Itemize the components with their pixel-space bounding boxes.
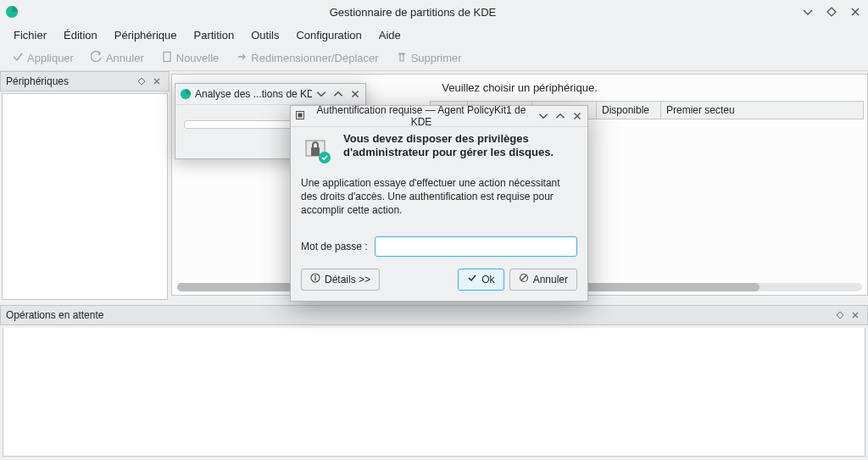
pending-ops-title: Opérations en attente [6, 309, 103, 321]
auth-dialog: Authentification requise — Agent PolicyK… [290, 105, 588, 302]
svg-point-10 [314, 275, 316, 277]
svg-rect-1 [164, 53, 170, 62]
apply-label: Appliquer [27, 52, 74, 64]
minimize-button[interactable] [800, 4, 815, 19]
pending-ops-list[interactable] [3, 328, 865, 457]
apply-button[interactable]: Appliquer [5, 48, 81, 68]
devices-panel-title: Périphériques [6, 75, 69, 87]
maximize-button[interactable] [332, 88, 344, 100]
delete-label: Supprimer [411, 52, 462, 64]
close-button[interactable] [848, 4, 863, 19]
trash-icon [396, 51, 408, 65]
info-icon [310, 273, 320, 285]
col-first-sector[interactable]: Premier secteu [661, 102, 863, 119]
resize-icon [236, 51, 248, 65]
resize-button[interactable]: Redimensionner/Déplacer [229, 48, 385, 68]
menu-partition[interactable]: Partition [185, 25, 242, 45]
partition-manager-icon [180, 88, 192, 100]
window-controls [800, 4, 863, 19]
svg-rect-6 [311, 147, 320, 156]
window-title: Gestionnaire de partitions de KDE [25, 6, 800, 19]
menu-edit[interactable]: Édition [55, 25, 106, 45]
cancel-auth-button[interactable]: Annuler [509, 269, 577, 291]
close-button[interactable] [349, 88, 361, 100]
menu-device[interactable]: Périphérique [106, 25, 186, 45]
menu-tools[interactable]: Outils [242, 25, 287, 45]
maximize-button[interactable] [554, 110, 566, 122]
minimize-button[interactable] [537, 110, 549, 122]
pending-ops-panel: Opérations en attente [0, 305, 868, 460]
cancel-label: Annuler [106, 52, 144, 64]
details-label: Détails >> [325, 274, 370, 285]
window-titlebar: Gestionnaire de partitions de KDE [0, 0, 868, 24]
cancel-auth-label: Annuler [533, 274, 568, 285]
auth-heading: Vous devez disposer des privilèges d'adm… [343, 132, 577, 160]
new-label: Nouvelle [176, 52, 220, 64]
ok-button[interactable]: Ok [458, 269, 504, 291]
minimize-button[interactable] [315, 88, 327, 100]
svg-rect-4 [298, 113, 303, 117]
menu-config[interactable]: Configuration [287, 25, 370, 45]
new-doc-icon [161, 51, 173, 65]
close-button[interactable] [571, 110, 583, 122]
devices-list[interactable] [2, 93, 168, 300]
devices-panel: Périphériques [0, 71, 170, 302]
col-available[interactable]: Disponible [597, 102, 661, 119]
details-button[interactable]: Détails >> [301, 269, 380, 291]
lock-icon [301, 134, 335, 168]
delete-button[interactable]: Supprimer [389, 48, 469, 68]
partition-manager-icon [5, 5, 19, 19]
progress-title: Analyse des ...tions de KDE [195, 88, 312, 100]
menubar: Fichier Édition Périphérique Partition O… [0, 24, 868, 46]
cancel-button[interactable]: Annuler [84, 48, 151, 68]
dialog-icon [295, 110, 305, 123]
ok-label: Ok [481, 274, 494, 285]
panel-float-button[interactable] [833, 308, 847, 322]
menu-file[interactable]: Fichier [5, 25, 55, 45]
devices-panel-header: Périphériques [0, 71, 170, 91]
progress-titlebar[interactable]: Analyse des ...tions de KDE [175, 84, 365, 104]
block-icon [519, 273, 529, 285]
svg-rect-9 [314, 277, 315, 280]
check-icon [12, 51, 24, 65]
panel-close-button[interactable] [150, 75, 164, 88]
pending-ops-header: Opérations en attente [0, 305, 868, 325]
panel-close-button[interactable] [849, 308, 862, 322]
password-label: Mot de passe : [301, 241, 368, 252]
new-button[interactable]: Nouvelle [154, 48, 226, 68]
auth-message: Une application essaye d'effectuer une a… [301, 176, 577, 218]
auth-body: Vous devez disposer des privilèges d'adm… [291, 127, 587, 301]
password-input[interactable] [375, 236, 577, 257]
maximize-button[interactable] [824, 4, 839, 19]
menu-help[interactable]: Aide [370, 25, 409, 45]
auth-title: Authentification requise — Agent PolicyK… [310, 104, 532, 128]
check-icon [467, 273, 477, 285]
undo-icon [91, 51, 103, 65]
resize-label: Redimensionner/Déplacer [251, 52, 378, 64]
auth-titlebar[interactable]: Authentification requise — Agent PolicyK… [291, 106, 587, 126]
panel-float-button[interactable] [135, 75, 148, 88]
toolbar: Appliquer Annuler Nouvelle Redimensionne… [0, 46, 868, 71]
